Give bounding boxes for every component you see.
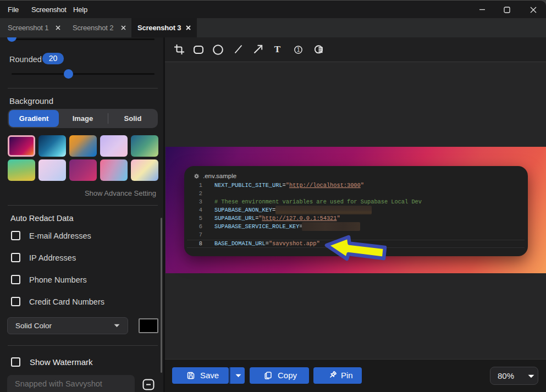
svg-text:1: 1 [297, 46, 300, 53]
